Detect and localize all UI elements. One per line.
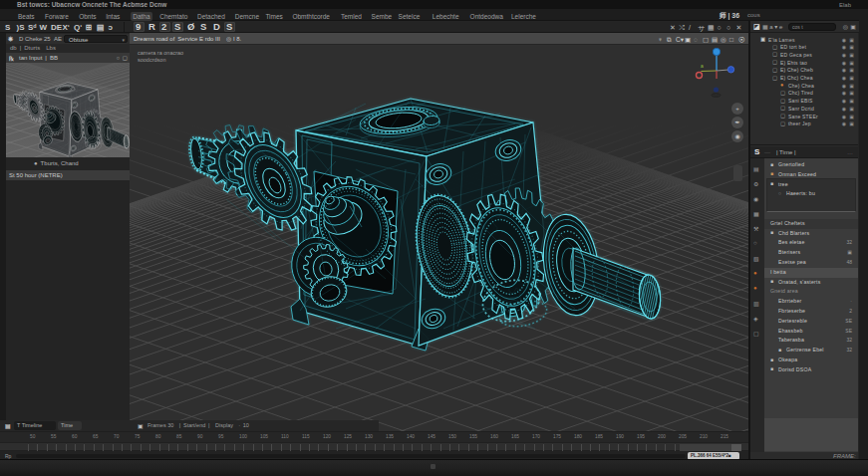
svg-text:a: a (701, 63, 704, 69)
